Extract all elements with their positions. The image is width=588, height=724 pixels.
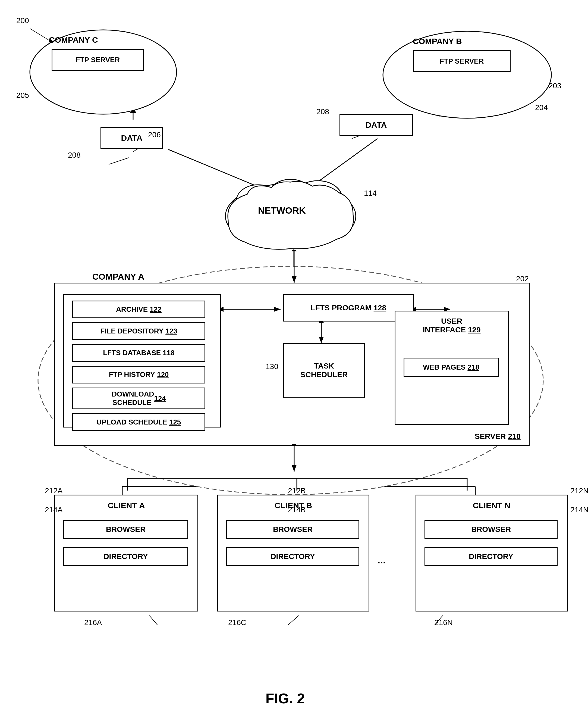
figure-label: FIG. 2 — [231, 690, 339, 707]
browser-a-box: BROWSER — [63, 520, 188, 539]
ftp-server-c-box: FTP SERVER — [51, 49, 144, 71]
client-a-label: CLIENT A — [55, 496, 197, 513]
ref-208b: 208 — [316, 107, 329, 116]
company-c-label: COMPANY C — [49, 35, 98, 44]
ref-205: 205 — [16, 91, 29, 100]
ref-130: 130 — [266, 362, 278, 371]
ref-202: 202 — [516, 275, 529, 283]
ref-200: 200 — [16, 16, 29, 25]
svg-line-52 — [149, 616, 158, 625]
company-b-label: COMPANY B — [413, 37, 462, 46]
client-a-group: CLIENT A BROWSER DIRECTORY — [54, 495, 198, 611]
task-scheduler-box: TASKSCHEDULER — [283, 343, 365, 398]
ref-214N: 214N — [570, 505, 588, 514]
ref-212A: 212A — [45, 486, 62, 495]
ftp-server-b-box: FTP SERVER — [413, 50, 510, 72]
server-label: SERVER 210 — [475, 432, 521, 441]
left-box-group: ARCHIVE 122 FILE DEPOSITORY 123 LFTS DAT… — [63, 294, 221, 427]
ref-204: 204 — [535, 103, 548, 112]
directory-n-box: DIRECTORY — [424, 547, 558, 566]
svg-line-54 — [435, 616, 443, 625]
svg-line-53 — [288, 616, 299, 625]
ref-114: 114 — [364, 189, 377, 198]
file-depository-box: FILE DEPOSITORY 123 — [72, 322, 205, 340]
dots: ... — [378, 555, 386, 566]
network-label: NETWORK — [258, 205, 306, 216]
browser-n-box: BROWSER — [424, 520, 558, 539]
company-a-label: COMPANY A — [92, 272, 144, 282]
svg-point-23 — [383, 31, 551, 118]
directory-b-box: DIRECTORY — [226, 547, 359, 566]
svg-line-18 — [109, 158, 129, 164]
server-outer-box: ARCHIVE 122 FILE DEPOSITORY 123 LFTS DAT… — [54, 283, 530, 446]
browser-b-box: BROWSER — [226, 520, 359, 539]
user-interface-box: USERINTERFACE 129 WEB PAGES 218 — [395, 310, 509, 425]
data-b-box: DATA — [339, 114, 413, 136]
ref-206: 206 — [148, 130, 161, 139]
web-pages-box: WEB PAGES 218 — [404, 358, 499, 377]
client-n-label: CLIENT N — [416, 496, 567, 513]
ftp-history-box: FTP HISTORY 120 — [72, 366, 205, 383]
archive-box: ARCHIVE 122 — [72, 301, 205, 318]
client-n-group: CLIENT N BROWSER DIRECTORY — [416, 495, 568, 611]
download-schedule-box: DOWNLOADSCHEDULE 124 — [72, 387, 205, 409]
lfts-program-box: LFTS PROGRAM 128 — [283, 294, 414, 322]
ref-214A: 214A — [45, 505, 62, 514]
ref-203: 203 — [549, 82, 561, 90]
lfts-database-box: LFTS DATABASE 118 — [72, 344, 205, 362]
directory-a-box: DIRECTORY — [63, 547, 188, 566]
ref-208a: 208 — [68, 151, 81, 160]
ref-214B: 214B — [288, 505, 306, 514]
ref-212N: 212N — [570, 486, 588, 495]
ref-212B: 212B — [288, 486, 306, 495]
upload-schedule-box: UPLOAD SCHEDULE 125 — [72, 414, 205, 431]
